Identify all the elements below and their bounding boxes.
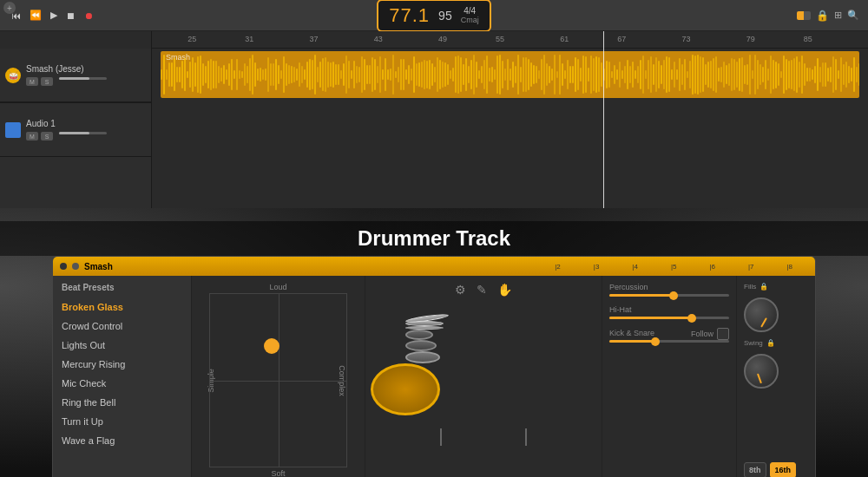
ruler-tick-7: |7 (748, 263, 754, 271)
follow-label: Follow (691, 330, 713, 338)
preset-lights-out[interactable]: Lights Out (53, 336, 191, 355)
preset-wave-a-flag[interactable]: Wave a Flag (53, 431, 191, 450)
swing-knob-container (744, 354, 808, 389)
smash-solo-btn[interactable]: S (41, 77, 53, 86)
smash-track-name: Smash (Jesse) (26, 64, 146, 74)
header-ruler-placeholder: + (0, 31, 151, 49)
smash-volume-thumb (59, 77, 89, 80)
time-sig-display: 4/4 (464, 6, 476, 16)
kick-snare-follow-row: Kick & Snare Follow (609, 328, 729, 340)
kick-snare-slider[interactable] (609, 340, 729, 343)
fills-panel: Fills 🔒 Swing 🔒 (737, 276, 815, 477)
drummer-topbar-ruler: |2 |3 |4 |5 |6 |7 |8 (539, 263, 808, 271)
drummer-body: Beat Presets Broken Glass Crowd Control … (53, 276, 815, 477)
follow-checkbox[interactable] (717, 328, 729, 340)
swing-knob[interactable] (744, 354, 779, 389)
audio1-waveform-track[interactable] (152, 101, 868, 153)
smash-track-header: 🥁 Smash (Jesse) M S (0, 49, 151, 102)
smash-mute-btn[interactable]: M (26, 77, 38, 86)
fills-lock-icon: 🔒 (760, 283, 768, 291)
kick-snare-section: Kick & Snare Follow (609, 328, 729, 343)
tom2-drum (405, 340, 437, 351)
search-icon[interactable]: 🔍 (847, 10, 859, 21)
prev-button[interactable]: ⏪ (27, 8, 44, 23)
record-button[interactable]: ⏺ (82, 9, 96, 23)
smash-region-label: Smash (166, 53, 190, 62)
preset-mic-check[interactable]: Mic Check (53, 374, 191, 393)
eighth-note-button[interactable]: 8th (744, 462, 766, 477)
drummer-topbar: Smash |2 |3 |4 |5 |6 |7 |8 (53, 257, 815, 276)
smash-track-content: 🥁 Smash (Jesse) M S (5, 64, 146, 86)
track-headers: + 🥁 Smash (Jesse) M S (0, 31, 152, 208)
controls-panel: Percussion Hi-Hat Kick & Snare (602, 276, 737, 477)
topbar-dot-1 (60, 263, 67, 270)
beat-complexity-grid[interactable]: Loud Soft Simple Complex (192, 276, 365, 477)
playhead[interactable] (603, 31, 604, 208)
drummer-track-name: Smash (84, 262, 534, 271)
hihat-slider-thumb (687, 314, 696, 323)
volume-slider-icon[interactable] (797, 11, 811, 20)
audio1-solo-btn[interactable]: S (41, 132, 53, 140)
percussion-label: Percussion (609, 283, 729, 291)
drum-kit-panel: ⚙ ✎ ✋ (365, 276, 602, 477)
grid-icon[interactable]: ⊞ (834, 10, 842, 21)
ruler-49: 49 (438, 35, 447, 43)
percussion-slider[interactable] (609, 294, 729, 297)
grid-loud-label: Loud (269, 283, 286, 291)
ruler-61: 61 (560, 35, 569, 43)
ruler-43: 43 (374, 35, 383, 43)
audio1-volume-slider[interactable] (59, 132, 107, 134)
audio1-track-controls: M S (26, 132, 146, 140)
preset-mercury-rising[interactable]: Mercury Rising (53, 355, 191, 374)
preset-turn-it-up[interactable]: Turn it Up (53, 412, 191, 431)
timeline-content: 25 31 37 43 49 55 61 67 73 79 85 Smash (152, 31, 868, 208)
play-button[interactable]: ▶ (48, 8, 60, 23)
track-area: + 🥁 Smash (Jesse) M S (0, 31, 868, 208)
drum-settings-icon[interactable]: ⚙ (455, 283, 466, 297)
grid-position-dot[interactable] (264, 338, 279, 354)
ruler-73: 73 (682, 35, 691, 43)
drum-hand-icon[interactable]: ✋ (497, 283, 512, 297)
grid-lines (209, 293, 347, 467)
audio1-track-info: Audio 1 M S (26, 119, 146, 140)
kick-snare-slider-fill (609, 340, 657, 343)
grid-hline (210, 381, 346, 382)
preset-ring-the-bell[interactable]: Ring the Bell (53, 393, 191, 412)
percussion-slider-fill (609, 294, 675, 297)
smash-volume-slider[interactable] (59, 77, 107, 80)
drum-stand-left (440, 428, 442, 446)
add-track-button[interactable]: + (3, 2, 16, 14)
tempo-display: 95 (438, 9, 452, 23)
ruler-tick-2: |2 (555, 263, 561, 271)
preset-broken-glass[interactable]: Broken Glass (53, 297, 191, 317)
fills-knob[interactable] (744, 297, 779, 332)
stop-button[interactable]: ⏹ (63, 9, 78, 23)
smash-waveform-track[interactable]: Smash (152, 49, 868, 101)
beat-presets-panel: Beat Presets Broken Glass Crowd Control … (53, 276, 192, 477)
audio1-mute-btn[interactable]: M (26, 132, 38, 140)
drummer-title: Drummer Track (358, 226, 510, 250)
ruler-tick-4: |4 (632, 263, 638, 271)
hihat-slider[interactable] (609, 317, 729, 319)
audio1-track-name: Audio 1 (26, 119, 146, 128)
ruler-tick-6: |6 (709, 263, 715, 271)
smash-waveform-bars (161, 51, 859, 98)
smash-audio-region[interactable]: Smash (161, 51, 859, 98)
audio-track-icon (5, 122, 21, 138)
bass-drum (371, 363, 440, 415)
preset-crowd-control[interactable]: Crowd Control (53, 317, 191, 336)
sixteenth-note-button[interactable]: 16th (770, 462, 797, 477)
drum-kit-visual (405, 316, 562, 446)
drummer-section: Drummer Track Smash |2 |3 |4 |5 |6 |7 |8… (0, 221, 868, 477)
ruler-tick-8: |8 (786, 263, 792, 271)
swing-lock-icon: 🔒 (766, 339, 775, 347)
audio1-track-content: Audio 1 M S (5, 119, 146, 140)
lock-icon[interactable]: 🔒 (816, 10, 829, 22)
timeline-ruler: 25 31 37 43 49 55 61 67 73 79 85 (152, 31, 868, 49)
ruler-tick-5: |5 (671, 263, 677, 271)
drum-pen-icon[interactable]: ✎ (477, 283, 487, 297)
ruler-25: 25 (187, 35, 196, 43)
ruler-31: 31 (245, 35, 253, 43)
snare-drum (405, 351, 440, 363)
smash-track-controls: M S (26, 77, 146, 86)
